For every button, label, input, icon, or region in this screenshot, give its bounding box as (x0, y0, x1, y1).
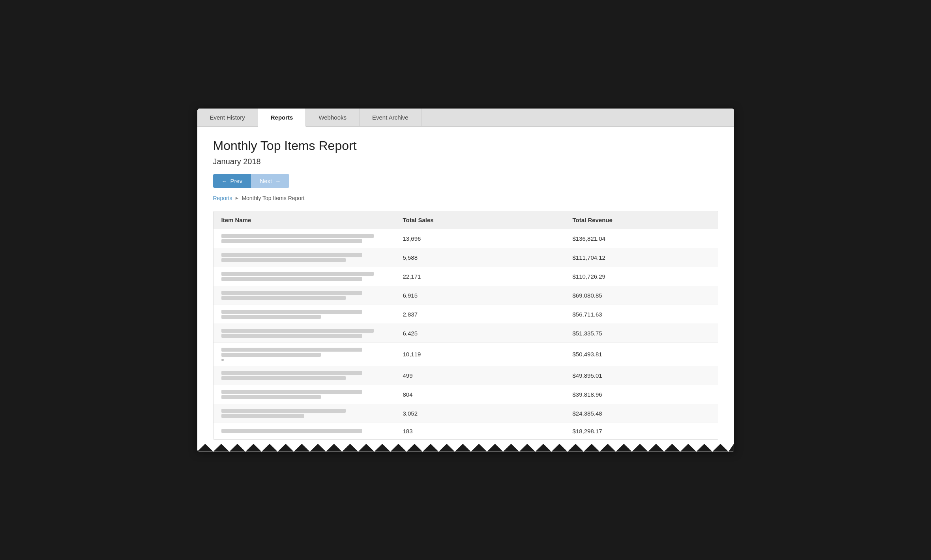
tab-event-history[interactable]: Event History (197, 109, 258, 126)
total-revenue-cell: $24,385.48 (565, 404, 718, 423)
name-bar (221, 414, 304, 418)
total-revenue-cell: $136,821.04 (565, 229, 718, 248)
name-bar (221, 258, 346, 262)
total-sales-cell: 499 (395, 366, 565, 385)
total-sales-cell: 13,696 (395, 229, 565, 248)
total-sales-cell: 6,915 (395, 286, 565, 305)
tab-bar: Event History Reports Webhooks Event Arc… (197, 109, 734, 127)
name-bar (221, 429, 362, 433)
breadcrumb-current: Monthly Top Items Report (242, 195, 304, 201)
total-sales-cell: 5,588 (395, 248, 565, 267)
item-name-cell (214, 229, 395, 248)
item-name-cell (214, 423, 395, 439)
name-bar (221, 296, 346, 300)
table-header-row: Item Name Total Sales Total Revenue (214, 211, 718, 229)
table-row: 2,837$56,711.63 (214, 305, 718, 324)
breadcrumb-reports-link[interactable]: Reports (213, 195, 232, 201)
item-name-cell (214, 305, 395, 324)
name-bar (221, 390, 362, 394)
item-name-cell (214, 286, 395, 305)
item-name-cell (214, 343, 395, 366)
breadcrumb: Reports ► Monthly Top Items Report (213, 195, 718, 201)
name-bar (221, 409, 346, 413)
torn-edge (197, 440, 734, 452)
table-row: 804$39,818.96 (214, 385, 718, 404)
item-name-cell (214, 366, 395, 385)
tab-reports[interactable]: Reports (258, 109, 306, 127)
arrow-right-icon (275, 178, 281, 184)
total-revenue-cell: $111,704.12 (565, 248, 718, 267)
name-bar (221, 253, 362, 257)
table-row: 6,425$51,335.75 (214, 324, 718, 343)
prev-button[interactable]: Prev (213, 174, 251, 188)
table-row: 499$49,895.01 (214, 366, 718, 385)
total-revenue-cell: $56,711.63 (565, 305, 718, 324)
breadcrumb-separator: ► (235, 195, 240, 201)
total-revenue-cell: $51,335.75 (565, 324, 718, 343)
name-bar (221, 334, 362, 338)
item-name-cell (214, 267, 395, 286)
total-revenue-cell: $110,726.29 (565, 267, 718, 286)
item-name-cell (214, 248, 395, 267)
name-bar (221, 348, 362, 352)
report-title: Monthly Top Items Report (213, 139, 718, 153)
table-row: 183$18,298.17 (214, 423, 718, 439)
next-button[interactable]: Next (251, 174, 289, 188)
name-bar (221, 239, 362, 243)
total-sales-cell: 3,052 (395, 404, 565, 423)
table-row: 13,696$136,821.04 (214, 229, 718, 248)
name-bar (221, 272, 374, 276)
name-bar (221, 329, 374, 333)
item-name-cell (214, 324, 395, 343)
total-revenue-cell: $69,080.85 (565, 286, 718, 305)
table-row: 5,588$111,704.12 (214, 248, 718, 267)
col-header-item-name: Item Name (214, 211, 395, 229)
tab-webhooks[interactable]: Webhooks (306, 109, 360, 126)
col-header-total-sales: Total Sales (395, 211, 565, 229)
table-row: 3,052$24,385.48 (214, 404, 718, 423)
name-bar (221, 234, 374, 238)
name-bar (221, 315, 321, 319)
name-bar (221, 291, 362, 295)
name-bar (221, 353, 321, 357)
item-name-cell (214, 404, 395, 423)
col-header-total-revenue: Total Revenue (565, 211, 718, 229)
total-revenue-cell: $49,895.01 (565, 366, 718, 385)
total-sales-cell: 10,119 (395, 343, 565, 366)
report-period: January 2018 (213, 157, 718, 166)
report-table-container: Item Name Total Sales Total Revenue 13,6… (213, 211, 718, 440)
name-bar (221, 277, 362, 281)
total-sales-cell: 22,171 (395, 267, 565, 286)
total-sales-cell: 183 (395, 423, 565, 439)
table-row: 6,915$69,080.85 (214, 286, 718, 305)
name-bar (221, 395, 321, 399)
name-bar (221, 376, 346, 380)
total-revenue-cell: $50,493.81 (565, 343, 718, 366)
nav-buttons: Prev Next (213, 174, 718, 188)
table-row: 10,119$50,493.81 (214, 343, 718, 366)
total-sales-cell: 2,837 (395, 305, 565, 324)
report-table: Item Name Total Sales Total Revenue 13,6… (214, 211, 718, 440)
arrow-left-icon (222, 178, 227, 184)
name-bar (221, 310, 362, 314)
name-bar (221, 371, 362, 375)
total-revenue-cell: $39,818.96 (565, 385, 718, 404)
total-sales-cell: 6,425 (395, 324, 565, 343)
total-revenue-cell: $18,298.17 (565, 423, 718, 439)
main-window: Event History Reports Webhooks Event Arc… (197, 109, 734, 452)
table-row: 22,171$110,726.29 (214, 267, 718, 286)
main-content: Monthly Top Items Report January 2018 Pr… (197, 127, 734, 440)
item-name-cell (214, 385, 395, 404)
name-bar-dot (221, 359, 224, 361)
tab-event-archive[interactable]: Event Archive (360, 109, 421, 126)
total-sales-cell: 804 (395, 385, 565, 404)
